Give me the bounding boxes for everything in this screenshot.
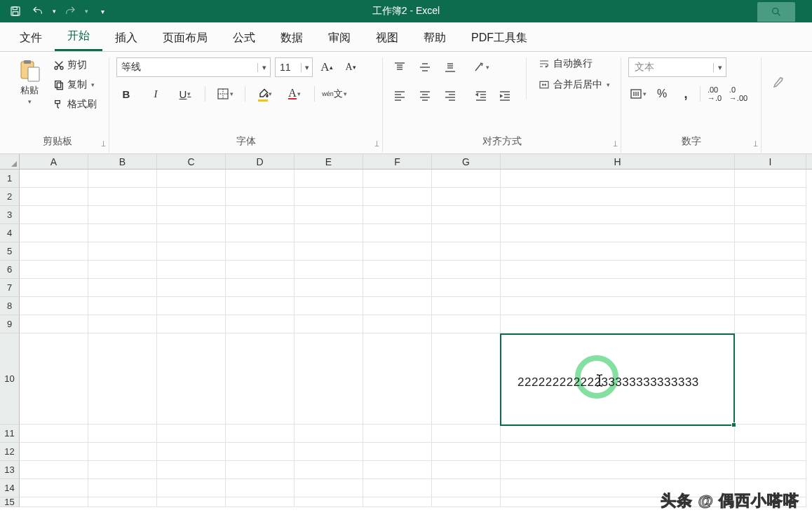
font-name-select[interactable]: 等线▾ (116, 57, 271, 77)
decrease-indent-button[interactable] (471, 85, 491, 105)
titlebar: ▾ ▾ ▾ 工作簿2 - Excel (0, 0, 812, 22)
save-button[interactable] (4, 1, 27, 21)
font-size-select[interactable]: 11▾ (275, 57, 313, 77)
tab-view[interactable]: 视图 (363, 24, 411, 51)
decrease-font-button[interactable]: A▾ (341, 57, 360, 77)
align-bottom-button[interactable] (440, 57, 460, 77)
increase-indent-button[interactable] (495, 85, 515, 105)
tab-formula[interactable]: 公式 (220, 24, 268, 51)
increase-decimal-button[interactable]: .00→.0 (705, 84, 724, 104)
tab-review[interactable]: 审阅 (316, 24, 363, 51)
svg-rect-5 (24, 60, 31, 64)
alignment-launcher[interactable]: ⟘ (613, 140, 618, 149)
col-header-C[interactable]: C (157, 154, 226, 169)
group-alignment-label: 对齐方式 (390, 133, 614, 150)
tab-data[interactable]: 数据 (268, 24, 316, 51)
row-header-4[interactable]: 4 (0, 224, 20, 242)
row-header-2[interactable]: 2 (0, 188, 20, 206)
tab-pdf[interactable]: PDF工具集 (459, 24, 540, 51)
col-header-F[interactable]: F (363, 154, 432, 169)
svg-rect-10 (57, 83, 62, 89)
align-middle-button[interactable] (415, 57, 435, 77)
copy-button[interactable]: 复制▾ (53, 78, 97, 91)
clipboard-launcher[interactable]: ⟘ (101, 140, 106, 149)
row-header-8[interactable]: 8 (0, 297, 20, 315)
row-header-12[interactable]: 12 (0, 443, 20, 461)
orientation-button[interactable] (471, 57, 491, 77)
phonetic-button[interactable]: wén文 (325, 84, 344, 104)
align-left-button[interactable] (390, 85, 410, 105)
group-clipboard-label: 剪贴板 (13, 133, 102, 150)
accounting-format-button[interactable] (628, 84, 648, 104)
ribbon-tabs: 文件 开始 插入 页面布局 公式 数据 审阅 视图 帮助 PDF工具集 (0, 22, 812, 52)
svg-rect-9 (55, 81, 61, 88)
svg-rect-2 (13, 12, 18, 15)
cut-button[interactable]: 剪切 (53, 59, 97, 71)
col-header-I[interactable]: I (735, 154, 806, 169)
col-header-H[interactable]: H (501, 154, 735, 169)
undo-dropdown[interactable]: ▾ (49, 1, 59, 21)
col-header-B[interactable]: B (88, 154, 157, 169)
col-header-E[interactable]: E (295, 154, 363, 169)
quick-access-toolbar: ▾ ▾ ▾ (0, 1, 114, 21)
row-header-6[interactable]: 6 (0, 261, 20, 279)
border-button[interactable] (215, 84, 235, 104)
decrease-decimal-button[interactable]: .0→.00 (729, 84, 748, 104)
qat-customize[interactable]: ▾ (91, 1, 114, 21)
ribbon: 粘贴 ▾ 剪切 复制▾ 格式刷 剪贴板 ⟘ 等线▾ 11▾ A▴ A▾ B I … (0, 52, 812, 154)
row-header-5[interactable]: 5 (0, 242, 20, 261)
number-launcher[interactable]: ⟘ (753, 140, 758, 149)
select-all-corner[interactable] (0, 154, 20, 169)
merge-center-button[interactable]: 合并后居中▾ (538, 78, 610, 91)
col-header-G[interactable]: G (432, 154, 501, 169)
redo-button[interactable] (59, 1, 81, 21)
redo-dropdown[interactable]: ▾ (81, 1, 91, 21)
font-launcher[interactable]: ⟘ (374, 140, 379, 149)
tab-file[interactable]: 文件 (7, 24, 55, 51)
group-alignment: 自动换行 合并后居中▾ 对齐方式 ⟘ (383, 57, 621, 153)
align-top-button[interactable] (390, 57, 410, 77)
search-button[interactable] (757, 2, 795, 22)
group-font: 等线▾ 11▾ A▴ A▾ B I U A wén文 字体 ⟘ (109, 57, 383, 153)
paste-button[interactable]: 粘贴 ▾ (13, 57, 46, 105)
row-header-15[interactable]: 15 (0, 497, 20, 507)
tab-help[interactable]: 帮助 (411, 24, 459, 51)
tab-insert[interactable]: 插入 (102, 24, 150, 51)
wrap-text-button[interactable]: 自动换行 (538, 57, 610, 70)
font-color-button[interactable]: A (285, 84, 304, 104)
format-painter-button[interactable]: 格式刷 (53, 98, 97, 111)
percent-button[interactable]: % (652, 84, 672, 104)
row-header-9[interactable]: 9 (0, 315, 20, 333)
more-styles-icon[interactable] (769, 71, 788, 91)
column-headers: A B C D E F G H I (0, 154, 812, 170)
spreadsheet[interactable]: A B C D E F G H I 1 2 3 4 5 6 7 8 9 10 1… (0, 154, 812, 507)
row-header-7[interactable]: 7 (0, 279, 20, 297)
italic-button[interactable]: I (146, 84, 165, 104)
row-header-13[interactable]: 13 (0, 461, 20, 479)
align-right-button[interactable] (440, 85, 460, 105)
fill-color-button[interactable] (255, 84, 275, 104)
svg-point-3 (773, 8, 778, 14)
col-header-A[interactable]: A (20, 154, 88, 169)
bold-button[interactable]: B (116, 84, 136, 104)
tab-layout[interactable]: 页面布局 (150, 24, 220, 51)
group-font-label: 字体 (116, 133, 375, 150)
group-number-label: 数字 (628, 133, 754, 150)
titlebar-more[interactable] (798, 1, 812, 22)
tab-home[interactable]: 开始 (55, 22, 102, 51)
increase-font-button[interactable]: A▴ (317, 57, 337, 77)
group-clipboard: 粘贴 ▾ 剪切 复制▾ 格式刷 剪贴板 ⟘ (6, 57, 109, 153)
cell-H10-value: 22222222222233333333333333 (517, 375, 699, 390)
row-header-11[interactable]: 11 (0, 425, 20, 443)
grid-rows: 1 2 3 4 5 6 7 8 9 10 11 12 13 14 15 (0, 170, 812, 507)
row-header-1[interactable]: 1 (0, 170, 20, 188)
number-format-select[interactable]: 文本▾ (628, 57, 726, 77)
col-header-D[interactable]: D (226, 154, 295, 169)
row-header-10[interactable]: 10 (0, 333, 20, 425)
row-header-3[interactable]: 3 (0, 206, 20, 224)
row-header-14[interactable]: 14 (0, 479, 20, 497)
align-center-button[interactable] (415, 85, 435, 105)
undo-button[interactable] (27, 1, 49, 21)
underline-button[interactable]: U (175, 84, 195, 104)
comma-style-button[interactable]: , (676, 84, 696, 104)
